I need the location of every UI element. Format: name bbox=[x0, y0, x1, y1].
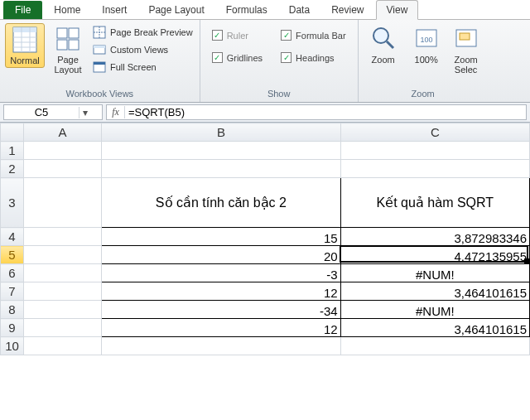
cell-a8[interactable] bbox=[24, 301, 102, 319]
page-layout-icon bbox=[55, 25, 81, 53]
tab-page-layout[interactable]: Page Layout bbox=[138, 1, 214, 19]
group-show: ✓Ruler ✓Gridlines ✓Formula Bar ✓Headings… bbox=[200, 20, 359, 102]
cell-b4[interactable]: 15 bbox=[102, 228, 340, 246]
row-header-5[interactable]: 5 bbox=[1, 246, 24, 264]
zoom-button[interactable]: Zoom bbox=[364, 23, 403, 66]
svg-rect-8 bbox=[69, 28, 79, 38]
cell-c10[interactable] bbox=[340, 337, 529, 355]
cell-a1[interactable] bbox=[24, 142, 102, 160]
svg-rect-1 bbox=[13, 27, 36, 32]
cell-b7[interactable]: 12 bbox=[102, 282, 340, 301]
col-header-c[interactable]: C bbox=[340, 123, 529, 142]
name-box-input[interactable] bbox=[4, 106, 79, 118]
row-header-9[interactable]: 9 bbox=[1, 319, 24, 337]
page-layout-view-label: Page Layout bbox=[54, 55, 81, 75]
group-label-zoom: Zoom bbox=[364, 87, 483, 100]
row-header-4[interactable]: 4 bbox=[1, 228, 24, 246]
normal-view-button[interactable]: Normal bbox=[5, 23, 45, 68]
cell-b10[interactable] bbox=[102, 337, 340, 355]
cell-b9[interactable]: 12 bbox=[102, 319, 340, 337]
custom-views-button[interactable]: Custom Views bbox=[91, 42, 195, 57]
cell-b6[interactable]: -3 bbox=[102, 264, 340, 282]
row-header-2[interactable]: 2 bbox=[1, 160, 24, 178]
svg-rect-17 bbox=[94, 62, 105, 65]
zoom-label: Zoom bbox=[372, 55, 395, 65]
cell-b8[interactable]: -34 bbox=[102, 301, 340, 319]
cell-a2[interactable] bbox=[24, 160, 102, 178]
tab-review[interactable]: Review bbox=[321, 1, 373, 19]
page-break-preview-button[interactable]: Page Break Preview bbox=[91, 25, 195, 40]
fx-button[interactable]: fx bbox=[107, 106, 125, 118]
cell-c5[interactable]: 4,472135955 bbox=[340, 246, 529, 264]
cell-c1[interactable] bbox=[340, 142, 529, 160]
ribbon: Normal Page Layout Page Break Preview Cu… bbox=[0, 20, 530, 103]
formula-bar-checkbox[interactable]: ✓Formula Bar bbox=[279, 28, 348, 42]
page-layout-view-button[interactable]: Page Layout bbox=[48, 23, 88, 76]
group-zoom: Zoom 100 100% Zoom Selec Zoom bbox=[359, 20, 488, 102]
cell-b2[interactable] bbox=[102, 160, 340, 178]
row-header-6[interactable]: 6 bbox=[1, 264, 24, 282]
headings-checkbox[interactable]: ✓Headings bbox=[279, 51, 348, 65]
cell-b1[interactable] bbox=[102, 142, 340, 160]
tab-data[interactable]: Data bbox=[279, 1, 320, 19]
zoom-100-button[interactable]: 100 100% bbox=[407, 23, 446, 66]
cell-c3[interactable]: Kết quả hàm SQRT bbox=[340, 178, 529, 228]
formula-bar: ▾ fx bbox=[0, 103, 530, 123]
magnifier-icon bbox=[370, 25, 397, 53]
formula-input[interactable] bbox=[125, 106, 526, 118]
cell-b5[interactable]: 20 bbox=[102, 246, 340, 264]
name-box[interactable]: ▾ bbox=[3, 104, 103, 120]
row-header-3[interactable]: 3 bbox=[1, 178, 24, 228]
spreadsheet-grid[interactable]: A B C 1 2 3Số cần tính căn bậc 2Kết quả … bbox=[0, 123, 530, 355]
checkbox-icon: ✓ bbox=[281, 52, 292, 63]
ribbon-tabs: File Home Insert Page Layout Formulas Da… bbox=[0, 0, 530, 20]
custom-views-label: Custom Views bbox=[110, 45, 168, 55]
cell-c4[interactable]: 3,872983346 bbox=[340, 228, 529, 246]
zoom-selection-label: Zoom Selec bbox=[455, 55, 478, 75]
svg-text:100: 100 bbox=[420, 36, 432, 44]
cell-a5[interactable] bbox=[24, 246, 102, 264]
cell-c7[interactable]: 3,464101615 bbox=[340, 282, 529, 301]
col-header-a[interactable]: A bbox=[24, 123, 102, 142]
cell-a9[interactable] bbox=[24, 319, 102, 337]
row-header-8[interactable]: 8 bbox=[1, 301, 24, 319]
normal-view-icon bbox=[12, 26, 38, 54]
col-header-b[interactable]: B bbox=[102, 123, 340, 142]
normal-view-label: Normal bbox=[10, 56, 39, 65]
cell-b3[interactable]: Số cần tính căn bậc 2 bbox=[102, 178, 340, 228]
cell-a7[interactable] bbox=[24, 282, 102, 301]
cell-a3[interactable] bbox=[24, 178, 102, 228]
gridlines-checkbox[interactable]: ✓Gridlines bbox=[210, 51, 264, 65]
row-header-1[interactable]: 1 bbox=[1, 142, 24, 160]
tab-insert[interactable]: Insert bbox=[92, 1, 137, 19]
select-all-corner[interactable] bbox=[1, 123, 24, 142]
cell-c2[interactable] bbox=[340, 160, 529, 178]
group-workbook-views: Normal Page Layout Page Break Preview Cu… bbox=[0, 20, 200, 102]
full-screen-button[interactable]: Full Screen bbox=[91, 60, 195, 75]
name-box-dropdown[interactable]: ▾ bbox=[79, 107, 90, 118]
cell-c9[interactable]: 3,464101615 bbox=[340, 319, 529, 337]
tab-home[interactable]: Home bbox=[44, 1, 90, 19]
cell-a10[interactable] bbox=[24, 337, 102, 355]
zoom-selection-button[interactable]: Zoom Selec bbox=[450, 23, 483, 76]
cell-a4[interactable] bbox=[24, 228, 102, 246]
svg-rect-7 bbox=[57, 28, 67, 38]
cell-c6[interactable]: #NUM! bbox=[340, 264, 529, 282]
ruler-checkbox[interactable]: ✓Ruler bbox=[210, 28, 264, 42]
svg-line-19 bbox=[387, 41, 393, 48]
zoom-selection-icon bbox=[453, 25, 479, 53]
row-header-7[interactable]: 7 bbox=[1, 282, 24, 301]
file-tab[interactable]: File bbox=[3, 1, 42, 19]
tab-view[interactable]: View bbox=[376, 0, 419, 20]
page-break-icon bbox=[93, 26, 106, 39]
tab-formulas[interactable]: Formulas bbox=[216, 1, 277, 19]
cell-a6[interactable] bbox=[24, 264, 102, 282]
svg-point-18 bbox=[373, 28, 388, 43]
row-header-10[interactable]: 10 bbox=[1, 337, 24, 355]
checkbox-icon: ✓ bbox=[281, 30, 292, 41]
group-label-show: Show bbox=[205, 87, 353, 100]
svg-rect-23 bbox=[460, 33, 470, 40]
custom-views-icon bbox=[93, 43, 106, 56]
cell-c8[interactable]: #NUM! bbox=[340, 301, 529, 319]
svg-rect-10 bbox=[69, 40, 79, 50]
